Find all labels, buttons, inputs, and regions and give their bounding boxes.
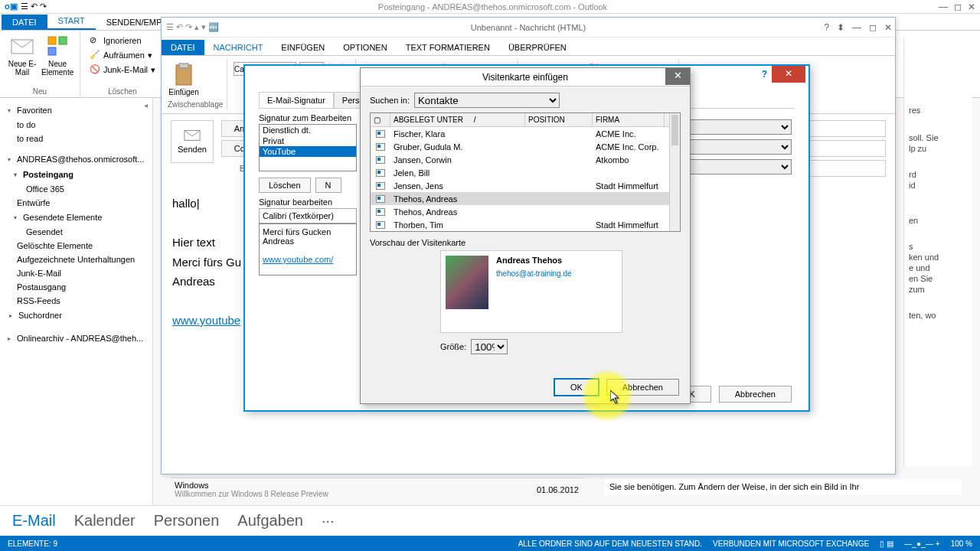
paste-button[interactable]: Einfügen — [168, 62, 200, 96]
card-icon — [376, 156, 385, 164]
dialog-help-icon[interactable]: ? — [762, 69, 767, 80]
bottom-nav: E-Mail Kalender Personen Aufgaben ··· — [0, 505, 980, 536]
nav-calendar[interactable]: Kalender — [74, 512, 136, 530]
status-bar: ELEMENTE: 9 ALLE ORDNER SIND AUF DEM NEU… — [0, 536, 980, 551]
youtube-link[interactable]: www.youtube — [172, 314, 240, 327]
ribbon-toggle-icon[interactable]: ⬍ — [837, 22, 844, 33]
ctab-review[interactable]: ÜBERPRÜFEN — [499, 40, 576, 55]
nav-rss[interactable]: RSS-Feeds — [0, 294, 152, 308]
send-button[interactable]: Senden — [171, 120, 214, 163]
card-icon — [376, 208, 385, 216]
nav-favorites[interactable]: Favoriten — [0, 103, 152, 118]
nav-junk[interactable]: Junk-E-Mail — [0, 266, 152, 280]
contacts-scrollbar[interactable] — [669, 113, 680, 231]
status-view-icons[interactable]: ▯ ▤ — [880, 540, 893, 548]
svg-rect-1 — [48, 37, 56, 44]
nav-account[interactable]: ANDREAS@thehos.onmicrosoft... — [0, 152, 152, 167]
signature-listbox[interactable]: Dienstlich dt. Privat YouTube — [259, 124, 357, 171]
ctab-format[interactable]: TEXT FORMATIEREN — [397, 40, 499, 55]
dialog-close-button[interactable]: ✕ — [772, 66, 805, 83]
contact-photo — [446, 256, 488, 309]
bc-search-select[interactable]: Kontakte — [414, 93, 560, 108]
contact-row[interactable]: Thehos, Andreas — [371, 192, 669, 205]
tab-file[interactable]: DATEI — [2, 15, 47, 30]
contact-row[interactable]: Thehos, Andreas — [371, 205, 669, 218]
nav-recorded[interactable]: Aufgezeichnete Unterhaltungen — [0, 253, 152, 266]
ignore-button[interactable]: ⊘Ignorieren — [87, 34, 158, 47]
col-name[interactable]: ABGELEGT UNTER / — [390, 113, 525, 126]
card-icon — [376, 182, 385, 190]
nav-people[interactable]: Personen — [154, 512, 220, 530]
contact-row[interactable]: Gruber, Gudula M.ACME Inc. Corp. — [371, 140, 669, 153]
ctab-insert[interactable]: EINFÜGEN — [272, 40, 334, 55]
nav-email[interactable]: E-Mail — [12, 512, 56, 530]
app-title: Posteingang - ANDREAS@thehos.onmicrosoft… — [47, 2, 939, 11]
sig-cancel-button[interactable]: Abbrechen — [719, 386, 792, 403]
contact-row[interactable]: Thorben, TimStadt Himmelfurt — [371, 218, 669, 231]
help-icon[interactable]: ? — [824, 22, 829, 33]
sig-new-button[interactable]: N — [315, 178, 341, 193]
card-icon — [376, 143, 385, 151]
new-elements-button[interactable]: Neue Elemente — [41, 34, 74, 77]
group-new-label: Neu — [6, 87, 74, 96]
junk-button[interactable]: 🚫Junk-E-Mail ▾ — [87, 63, 158, 77]
tab-start[interactable]: START — [47, 13, 96, 30]
ctab-file[interactable]: DATEI — [162, 40, 204, 55]
col-position[interactable]: POSITION — [525, 113, 593, 126]
bc-close-button[interactable]: ✕ — [665, 68, 690, 85]
collapse-nav-icon[interactable]: ◂ — [144, 101, 148, 109]
nav-drafts[interactable]: Entwürfe — [0, 196, 152, 210]
svg-rect-2 — [59, 37, 67, 44]
svg-rect-3 — [48, 47, 56, 55]
nav-inbox[interactable]: Posteingang — [0, 167, 152, 182]
nav-search-folders[interactable]: Suchordner — [0, 308, 152, 323]
sig-delete-button[interactable]: Löschen — [259, 178, 311, 193]
min2-icon[interactable]: — — [852, 22, 861, 33]
close-icon[interactable]: ✕ — [968, 2, 975, 12]
items-icon — [45, 34, 70, 58]
clipboard-icon — [172, 62, 196, 86]
bc-cancel-button[interactable]: Abbrechen — [606, 379, 679, 396]
max2-icon[interactable]: ◻ — [869, 22, 877, 33]
contact-row[interactable]: Jelen, Bill — [371, 166, 669, 179]
contact-row[interactable]: Jensen, JensStadt Himmelfurt — [371, 179, 669, 192]
sig-tab-email[interactable]: E-Mail-Signatur — [259, 92, 334, 108]
app-titlebar: o▣ ☰ ↶ ↷ Posteingang - ANDREAS@thehos.on… — [0, 0, 980, 14]
nav-outbox[interactable]: Postausgang — [0, 280, 152, 294]
new-mail-button[interactable]: Neue E-Mail — [6, 34, 38, 77]
sig-font-select[interactable] — [259, 208, 357, 223]
compose-title: Unbenannt - Nachricht (HTML) — [471, 23, 586, 32]
status-zoom: 100 % — [951, 540, 972, 548]
ctab-options[interactable]: OPTIONEN — [334, 40, 396, 55]
nav-todo[interactable]: to do — [0, 118, 152, 132]
contact-row[interactable]: Fischer, KlaraACME Inc. — [371, 127, 669, 140]
qat2-icon[interactable]: ☰ ↶ ↷ ▴ ▾ 🔤 — [166, 22, 219, 32]
nav-sent-sub[interactable]: Gesendet — [0, 225, 152, 239]
col-icon[interactable]: ▢ — [371, 113, 390, 126]
nav-o365[interactable]: Office 365 — [0, 182, 152, 196]
close2-icon[interactable]: ✕ — [884, 22, 892, 33]
ctab-message[interactable]: NACHRICHT — [204, 40, 273, 55]
card-icon — [376, 195, 385, 203]
nav-more[interactable]: ··· — [322, 512, 335, 530]
sig-text-area[interactable]: Merci fürs Gucken Andreas www.youtube.co… — [259, 223, 357, 276]
status-zoom-slider[interactable]: —⎯●⎯— + — [904, 540, 940, 548]
qat-icon[interactable]: ☰ ↶ ↷ — [21, 2, 47, 11]
nav-deleted[interactable]: Gelöschte Elemente — [0, 239, 152, 253]
nav-sent[interactable]: Gesendete Elemente — [0, 210, 152, 225]
contact-row[interactable]: Jansen, CorwinAtkombo — [371, 153, 669, 166]
nav-toread[interactable]: to read — [0, 132, 152, 145]
bc-ok-button[interactable]: OK — [554, 379, 599, 396]
nav-tasks[interactable]: Aufgaben — [237, 512, 303, 530]
minimize-icon[interactable]: — — [939, 2, 948, 12]
bc-preview: Andreas Thehos thehos@at-training.de — [440, 250, 622, 333]
message-list-item[interactable]: Windows Willkommen zur Windows 8 Release… — [170, 478, 583, 500]
col-firma[interactable]: FIRMA — [593, 113, 665, 126]
restore-icon[interactable]: ◻ — [954, 2, 962, 12]
contacts-table: ▢ ABGELEGT UNTER / POSITION FIRMA Fische… — [370, 112, 681, 232]
nav-online-archive[interactable]: Onlinearchiv - ANDREAS@theh... — [0, 331, 152, 346]
reading-line: Sie sie benötigen. Zum Ändern der Weise,… — [605, 479, 962, 494]
status-folders: ALLE ORDNER SIND AUF DEM NEUESTEN STAND. — [518, 540, 702, 548]
cleanup-button[interactable]: 🧹Aufräumen ▾ — [87, 48, 158, 62]
bc-size-select[interactable]: 100% — [471, 339, 508, 354]
